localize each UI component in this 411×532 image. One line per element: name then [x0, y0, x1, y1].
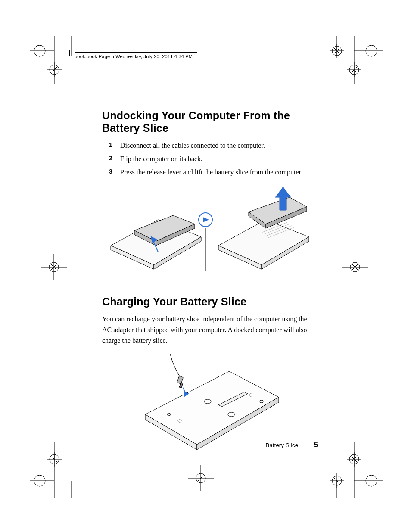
svg-point-73: [260, 400, 263, 403]
figure-charging: [102, 354, 318, 455]
svg-point-71: [167, 413, 171, 416]
svg-point-15: [349, 65, 359, 75]
charging-body: You can recharge your battery slice inde…: [102, 314, 318, 346]
steps-list: Disconnect all the cables connected to t…: [102, 140, 318, 177]
svg-point-33: [196, 473, 206, 483]
svg-point-69: [204, 399, 211, 404]
svg-point-38: [332, 476, 342, 485]
page: book.book Page 5 Wednesday, July 20, 201…: [0, 0, 411, 532]
svg-point-41: [349, 454, 359, 464]
svg-point-72: [178, 420, 181, 422]
figure-undocking: [102, 185, 318, 277]
crop-mark-bottom-right: [327, 442, 383, 498]
svg-point-4: [34, 45, 45, 56]
heading-charging: Charging Your Battery Slice: [102, 296, 318, 308]
svg-point-74: [249, 394, 252, 396]
svg-point-70: [228, 412, 235, 417]
svg-point-37: [366, 475, 377, 486]
svg-point-3: [34, 45, 45, 56]
svg-point-5: [50, 65, 59, 75]
svg-marker-66: [145, 371, 279, 445]
footer-page-number: 5: [314, 441, 318, 449]
crop-mark-bottom-left: [30, 442, 78, 498]
svg-point-28: [50, 454, 59, 464]
crop-mark-mid-left: [41, 254, 71, 280]
svg-point-20: [49, 262, 59, 272]
crop-mark-bottom-center: [188, 465, 218, 491]
heading-undocking: Undocking Your Computer From the Battery…: [102, 109, 318, 134]
footer-separator: [306, 442, 306, 448]
content-column: Undocking Your Computer From the Battery…: [102, 109, 318, 468]
svg-point-11: [366, 45, 377, 56]
page-footer: Battery Slice 5: [266, 441, 318, 449]
svg-point-23: [350, 262, 360, 272]
charging-illustration: [132, 354, 287, 453]
undock-illustration: [106, 185, 313, 276]
step-2: Flip the computer on its back.: [120, 154, 318, 165]
step-3: Press the release lever and lift the bat…: [120, 167, 318, 178]
crop-mark-top-left: [30, 36, 78, 84]
crop-mark-top-right: [327, 36, 383, 84]
running-head: book.book Page 5 Wednesday, July 20, 201…: [75, 52, 197, 59]
step-1: Disconnect all the cables connected to t…: [120, 140, 318, 151]
footer-section-name: Battery Slice: [266, 442, 299, 448]
svg-point-12: [332, 46, 342, 56]
crop-mark-mid-right: [342, 254, 372, 280]
svg-point-27: [34, 475, 45, 486]
